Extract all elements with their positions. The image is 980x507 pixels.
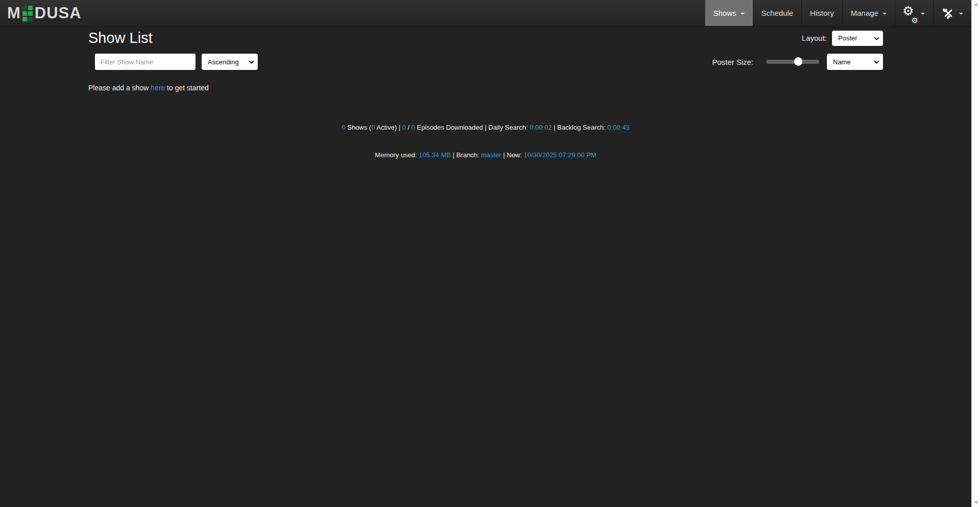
backlog-search-time[interactable]: 0:00:43: [607, 124, 629, 131]
active-shows-count[interactable]: 0: [371, 124, 375, 131]
nav-history[interactable]: History: [801, 0, 842, 26]
sort-direction-select[interactable]: Ascending: [202, 54, 258, 70]
nav-shows-label: Shows: [714, 9, 737, 17]
caret-down-icon: [883, 13, 887, 15]
page-title: Show List: [88, 30, 153, 46]
logo-text-dusa: DUSA: [35, 4, 82, 22]
app-page: M DUSA Shows Schedule History Manage: [0, 0, 980, 507]
navbar: M DUSA Shows Schedule History Manage: [0, 0, 980, 27]
scroll-up-arrow[interactable]: ▲: [972, 0, 980, 9]
caret-down-icon: [959, 13, 963, 15]
empty-message-after: to get started: [165, 84, 209, 92]
memory-used-value[interactable]: 105.34 MB: [419, 151, 451, 159]
footer-line1: 0 Shows (0 Active) | 0 / 0 Episodes Down…: [0, 123, 971, 132]
nav-config[interactable]: ⚙ ⚙: [895, 0, 933, 26]
filter-show-input[interactable]: [95, 54, 195, 70]
shows-count[interactable]: 0: [342, 124, 346, 131]
empty-state-message: Please add a show here to get started: [88, 84, 980, 92]
tools-icon: [942, 7, 955, 20]
caret-down-icon: [741, 13, 745, 15]
app-logo[interactable]: M DUSA: [7, 0, 82, 26]
nav-shows[interactable]: Shows: [705, 0, 753, 26]
poster-size-slider[interactable]: [766, 60, 819, 64]
caret-down-icon: [921, 13, 925, 15]
empty-message-before: Please add a show: [88, 84, 151, 92]
footer-line2: Memory used: 105.34 MB | Branch: master …: [0, 151, 971, 160]
layout-label: Layout:: [802, 34, 827, 42]
layout-select[interactable]: Poster: [832, 31, 883, 46]
main-content: Show List Layout: Poster Ascending: [0, 27, 980, 178]
scroll-down-arrow[interactable]: ▼: [972, 498, 980, 507]
gear-icon: ⚙ ⚙: [903, 6, 917, 21]
nav-manage[interactable]: Manage: [842, 0, 895, 26]
poster-size-control: Poster Size: Name: [712, 54, 883, 70]
logo-grid-icon: [22, 6, 33, 21]
nav-schedule[interactable]: Schedule: [753, 0, 802, 26]
add-show-link[interactable]: here: [151, 84, 165, 92]
branch-value[interactable]: master: [481, 151, 501, 159]
nav-manage-label: Manage: [851, 9, 878, 17]
sort-by-select[interactable]: Name: [827, 54, 883, 70]
footer-stats: 0 Shows (0 Active) | 0 / 0 Episodes Down…: [0, 105, 971, 178]
nav-menu: Shows Schedule History Manage ⚙ ⚙: [705, 0, 971, 26]
nav-tools[interactable]: [933, 0, 971, 26]
nav-schedule-label: Schedule: [762, 9, 794, 17]
layout-control: Layout: Poster: [802, 31, 883, 46]
vertical-scrollbar[interactable]: ▲ ▼: [971, 0, 980, 507]
daily-search-time[interactable]: 0:00:02: [530, 124, 552, 131]
poster-size-handle[interactable]: [794, 57, 803, 66]
show-filter-controls: Ascending: [95, 54, 258, 70]
nav-history-label: History: [810, 9, 834, 17]
poster-size-label: Poster Size:: [712, 58, 753, 66]
logo-text-m: M: [7, 4, 21, 22]
current-time-value[interactable]: 10/30/2025 07:29:00 PM: [524, 151, 596, 159]
